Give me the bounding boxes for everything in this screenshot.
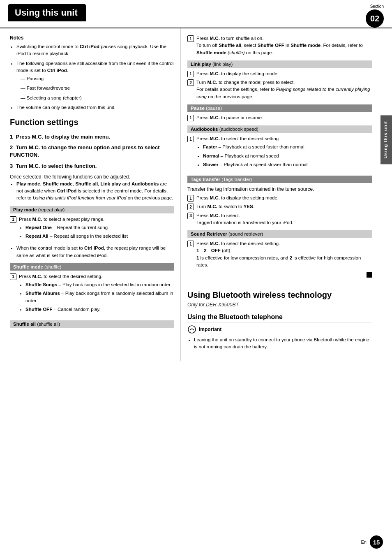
step-number-3: 3 [187,213,194,219]
list-item: When the control mode is set to Ctrl iPo… [16,245,174,259]
list-item: Play mode, Shuffle mode, Shuffle all, Li… [16,181,174,202]
list-item: Slower – Playback at a speed slower than… [203,161,307,168]
list-item: Fast forward/reverse [21,85,174,92]
pause-step-1-text: Press M.C. to pause or resume. [196,114,263,121]
list-item: Pausing [21,75,174,82]
tags-step-1: 1 Press M.C. to display the setting mode… [187,195,372,202]
only-for: Only for DEH-X9500BT [187,302,372,308]
play-mode-step-1: 1 Press M.C. to select a repeat play ran… [10,216,174,243]
step-number-1: 1 [187,71,194,77]
shuffle-mode-step-1: 1 Press M.C. to select the desired setti… [10,273,174,316]
step-1: 1 Press M.C. to display the main menu. [10,133,174,141]
step-number-1: 1 [187,241,194,247]
bluetooth-heading: Using Bluetooth wireless technology [187,290,372,300]
link-play-step-1: 1 Press M.C. to display the setting mode… [187,70,372,77]
step-number-1: 1 [187,35,194,42]
step-number-1: 1 [187,115,194,121]
main-content: Notes Switching the control mode to Ctrl… [0,28,392,361]
step-number-1: 1 [187,136,194,142]
stop-icon-row [187,272,372,278]
stop-icon [367,272,372,278]
list-item: Repeat All – Repeat all songs in the sel… [25,233,128,240]
shuffle-all-step-1-text: Press M.C. to turn shuffle all on. To tu… [196,35,372,56]
link-play-step-1-text: Press M.C. to display the setting mode. [196,70,279,77]
audiobooks-step-1-text: Press M.C. to select the desired setting… [196,135,307,171]
important-icon [187,325,196,334]
audiobooks-bar: Audiobooks (audiobook speed) [187,125,372,133]
divider [187,281,372,281]
important-row: Important [187,325,372,334]
notes-list: Switching the control mode to Ctrl iPod … [10,43,174,111]
list-item: Selecting a song (chapter) [21,95,174,102]
section-number: 02 [366,9,384,28]
side-tab: Using this unit [380,115,392,164]
svg-point-0 [188,326,196,333]
list-item: Leaving the unit on standby to connect t… [194,336,372,351]
play-mode-note: When the control mode is set to Ctrl iPo… [10,245,174,259]
shuffle-all-step-1: 1 Press M.C. to turn shuffle all on. To … [187,35,372,56]
shuffle-mode-step-1-text: Press M.C. to select the desired setting… [19,273,174,316]
bluetooth-telephone-heading: Using the Bluetooth telephone [187,313,372,322]
important-bullets: Leaving the unit on standby to connect t… [187,336,372,351]
audiobooks-step-1: 1 Press M.C. to select the desired setti… [187,135,372,171]
tags-step-2: 2 Turn M.C. to switch to YES. [187,203,372,210]
list-item: Shuffle Albums – Play back songs from a … [25,290,174,304]
list-item: The volume can only be adjusted from thi… [16,104,174,111]
right-column: 1 Press M.C. to turn shuffle all on. To … [181,28,392,361]
page-title: Using this unit [8,4,86,21]
step-number-1: 1 [10,216,16,223]
step-number-1: 1 [187,195,194,202]
shuffle-mode-bullets: Shuffle Songs – Play back songs in the s… [19,281,174,313]
sound-retriever-step-1-text: Press M.C. to select the desired setting… [196,240,372,269]
step-3-bullets: Play mode, Shuffle mode, Shuffle all, Li… [10,181,174,202]
tags-transfer-bar: Tags transfer (Tags transfer) [187,176,372,183]
play-mode-bullets: Repeat One – Repeat the current song Rep… [19,224,128,240]
left-column: Notes Switching the control mode to Ctrl… [0,28,181,361]
notes-title: Notes [10,35,174,41]
sound-retriever-bar: Sound Retriever (sound retriever) [187,230,372,238]
step-3-desc: Once selected, the following functions c… [10,173,174,202]
step-number-2: 2 [187,79,194,86]
function-settings-heading: Function settings [10,118,174,129]
pause-bar: Pause (pause) [187,104,372,112]
link-play-step-2: 2 Turn M.C. to change the mode; press to… [187,79,372,100]
step-number-1: 1 [10,273,16,280]
list-item: The following operations are still acces… [16,60,174,102]
page-number: 15 [370,535,383,549]
step-2: 2 Turn M.C. to change the menu option an… [10,144,174,159]
list-item: Faster – Playback at a speed faster than… [203,144,307,151]
list-item: Shuffle Songs – Play back songs in the s… [25,281,174,288]
list-item: Switching the control mode to Ctrl iPod … [16,43,174,58]
important-label: Important [199,327,221,332]
list-item: Normal – Playback at normal speed [203,153,307,160]
link-play-bar: Link play (link play) [187,60,372,68]
shuffle-mode-bar: Shuffle mode (shuffle) [10,263,174,271]
tags-step-3: 3 Press M.C. to select.Tagged informatio… [187,212,372,227]
list-item: Shuffle OFF – Cancel random play. [25,306,174,313]
list-item: Repeat One – Repeat the current song [25,224,128,231]
play-mode-bar: Play mode (repeat play) [10,206,174,213]
page-header: Using this unit Section 02 [0,0,392,28]
notes-section: Notes Switching the control mode to Ctrl… [10,35,174,111]
step-3: 3 Turn M.C. to select the function. [10,162,174,170]
step-number-2: 2 [187,204,194,210]
page-number-box: En 15 [361,535,383,549]
audiobooks-bullets: Faster – Playback at a speed faster than… [196,144,307,168]
sublist: Pausing Fast forward/reverse Selecting a… [16,75,174,102]
tags-step-1-text: Press M.C. to display the setting mode. [196,195,279,202]
section-badge: Section 02 [366,4,384,28]
play-mode-step-1-text: Press M.C. to select a repeat play range… [19,216,128,243]
pause-step-1: 1 Press M.C. to pause or resume. [187,114,372,121]
shuffle-all-bar: Shuffle all (shuffle all) [10,320,174,328]
tags-step-3-text: Press M.C. to select.Tagged information … [196,212,293,227]
tags-step-2-text: Turn M.C. to switch to YES. [196,203,254,210]
sound-retriever-step-1: 1 Press M.C. to select the desired setti… [187,240,372,269]
link-play-step-2-text: Turn M.C. to change the mode; press to s… [196,79,372,100]
section-label: Section [370,4,384,9]
lang-label: En [361,540,367,544]
tags-transfer-desc: Transfer the tag information contained i… [187,185,372,193]
